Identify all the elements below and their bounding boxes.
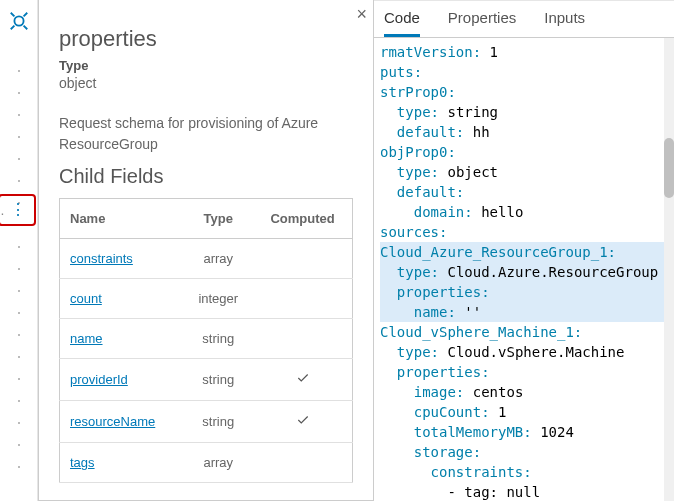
field-link[interactable]: resourceName bbox=[70, 414, 155, 429]
kebab-menu-icon[interactable]: ⋮ bbox=[10, 202, 26, 218]
yaml-editor[interactable]: rmatVersion: 1 puts: strProp0: type: str… bbox=[374, 38, 674, 501]
field-type: string bbox=[183, 401, 253, 443]
field-link[interactable]: tags bbox=[70, 455, 95, 470]
field-link[interactable]: constraints bbox=[70, 251, 133, 266]
component-sidebar: … ⋮ bbox=[0, 0, 38, 501]
field-computed bbox=[253, 401, 352, 443]
field-link[interactable]: name bbox=[70, 331, 103, 346]
type-label: Type bbox=[59, 58, 353, 73]
field-type: string bbox=[183, 319, 253, 359]
tab-properties[interactable]: Properties bbox=[448, 9, 516, 37]
canvas-connector-line bbox=[18, 60, 20, 480]
table-row: countinteger bbox=[60, 279, 353, 319]
field-computed bbox=[253, 443, 352, 483]
field-type: array bbox=[183, 239, 253, 279]
col-computed: Computed bbox=[253, 199, 352, 239]
schema-panel: × properties Type object Request schema … bbox=[38, 0, 374, 501]
selected-node-actions[interactable]: … ⋮ bbox=[0, 194, 36, 226]
editor-tabs: Code Properties Inputs bbox=[374, 1, 674, 38]
scrollbar-thumb[interactable] bbox=[664, 138, 674, 198]
tab-inputs[interactable]: Inputs bbox=[544, 9, 585, 37]
svg-point-0 bbox=[14, 16, 23, 25]
child-fields-heading: Child Fields bbox=[59, 165, 353, 188]
field-computed bbox=[253, 359, 352, 401]
table-row: tagsarray bbox=[60, 443, 353, 483]
table-row: resourceNamestring bbox=[60, 401, 353, 443]
schema-heading: properties bbox=[59, 26, 353, 52]
close-icon[interactable]: × bbox=[356, 4, 367, 25]
type-value: object bbox=[59, 75, 353, 91]
table-row: namestring bbox=[60, 319, 353, 359]
field-link[interactable]: providerId bbox=[70, 372, 128, 387]
blueprint-icon[interactable] bbox=[8, 10, 30, 35]
field-computed bbox=[253, 239, 352, 279]
field-computed bbox=[253, 319, 352, 359]
field-link[interactable]: count bbox=[70, 291, 102, 306]
field-type: array bbox=[183, 443, 253, 483]
col-type: Type bbox=[183, 199, 253, 239]
scrollbar[interactable] bbox=[664, 38, 674, 501]
tab-code[interactable]: Code bbox=[384, 9, 420, 37]
table-row: constraintsarray bbox=[60, 239, 353, 279]
node-label-truncated: … bbox=[0, 202, 6, 218]
child-fields-table: Name Type Computed constraintsarraycount… bbox=[59, 198, 353, 483]
field-type: string bbox=[183, 359, 253, 401]
schema-description: Request schema for provisioning of Azure… bbox=[59, 113, 353, 155]
field-computed bbox=[253, 279, 352, 319]
field-type: integer bbox=[183, 279, 253, 319]
col-name: Name bbox=[60, 199, 184, 239]
table-row: providerIdstring bbox=[60, 359, 353, 401]
editor-pane: Code Properties Inputs rmatVersion: 1 pu… bbox=[374, 0, 674, 501]
